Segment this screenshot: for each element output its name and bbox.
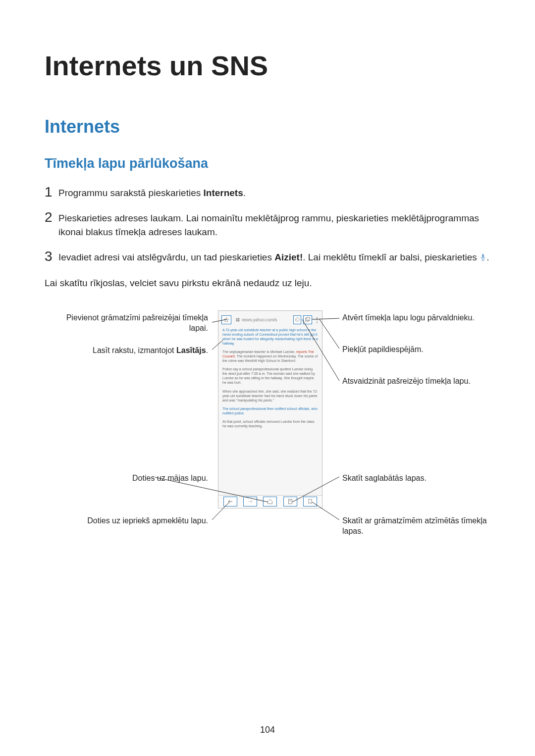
article-p3: Police say a school paraprofessional spo… (222, 367, 318, 385)
section-title: Internets (45, 116, 490, 137)
step-number: 2 (45, 210, 58, 224)
after-steps-paragraph: Lai skatītu rīkjoslas, velciet savu pirk… (45, 276, 490, 291)
windows-icon[interactable]: 2 (303, 315, 312, 324)
step-text-post: . Lai meklētu tīmeklī ar balsi, pieskari… (303, 252, 480, 262)
period: . (486, 252, 489, 262)
step-number: 1 (45, 185, 58, 199)
step-text: Pieskarieties adreses laukam. Lai nomain… (58, 211, 490, 240)
callout-reader: Lasīt rakstu, izmantojot Lasītājs. (50, 345, 208, 356)
article-p4: When she approached him, she said, she r… (222, 389, 318, 403)
callout-refresh: Atsvaidzināt pašreizējo tīmekļa lapu. (342, 376, 501, 387)
step-text-pre: Ievadiet adresi vai atslēgvārdu, un tad … (58, 252, 274, 262)
callout-bookmarks-list: Skatīt ar grāmatzīmēm atzīmētās tīmekļa … (342, 515, 501, 537)
steps-list: 1 Programmu sarakstā pieskarieties Inter… (45, 186, 490, 265)
step-text-bold: Internets (204, 188, 243, 198)
callout-reader-pre: Lasīt rakstu, izmantojot (93, 346, 176, 354)
kebab-menu-icon[interactable]: ⋮ (314, 319, 319, 321)
home-icon[interactable] (263, 497, 277, 506)
article-p1: A 72-year-old substitute teacher at a pu… (222, 328, 318, 345)
step-text-pre: Programmu sarakstā pieskarieties (58, 188, 204, 198)
step-text: Ievadiet adresi vai atslēgvārdu, un tad … (58, 251, 489, 266)
forward-icon[interactable] (243, 497, 257, 506)
step-text: Programmu sarakstā pieskarieties Interne… (58, 186, 246, 201)
mic-icon (480, 252, 486, 266)
step-1: 1 Programmu sarakstā pieskarieties Inter… (45, 186, 490, 201)
callout-home: Doties uz mājas lapu. (50, 473, 208, 484)
refresh-icon[interactable] (293, 315, 301, 324)
reader-article: A 72-year-old substitute teacher at a pu… (222, 328, 318, 433)
annotated-screenshot-diagram: news.yahoo.com/s 2 ⋮ A 72-year-old subst… (45, 310, 490, 558)
callout-add-bookmark: Pievienot grāmatzīmi pašreizējai tīmekļa… (50, 312, 208, 334)
article-p5: The school paraprofessional then notifie… (222, 406, 318, 415)
svg-line-14 (320, 319, 339, 349)
callout-back: Doties uz iepriekš apmeklētu lapu. (50, 515, 208, 526)
page-title: Internets un SNS (45, 50, 490, 82)
address-bar[interactable]: news.yahoo.com/s (233, 315, 291, 324)
article-p2c: The incident happened on Wednesday. The … (222, 354, 318, 362)
bookmarks-icon[interactable] (303, 497, 317, 506)
url-bar: news.yahoo.com/s 2 ⋮ (221, 315, 319, 325)
callout-saved-pages: Skatīt saglabātās lapas. (342, 473, 501, 484)
svg-rect-6 (288, 500, 292, 504)
back-icon[interactable] (223, 497, 237, 506)
article-p2a: The septuagenarian teacher is Michael Lu… (222, 350, 295, 353)
phone-screenshot: news.yahoo.com/s 2 ⋮ A 72-year-old subst… (218, 310, 322, 508)
bookmark-star-icon[interactable] (221, 315, 231, 324)
page-number: 104 (0, 725, 535, 735)
step-3: 3 Ievadiet adresi vai atslēgvārdu, un ta… (45, 251, 490, 266)
svg-rect-0 (482, 254, 484, 258)
step-text-bold: Aiziet! (274, 252, 303, 262)
step-2: 2 Pieskarieties adreses laukam. Lai noma… (45, 211, 490, 240)
step-text-post: . (243, 188, 246, 198)
saved-pages-icon[interactable] (283, 497, 297, 506)
step-number: 3 (45, 250, 58, 263)
subsection-title: Tīmekļa lapu pārlūkošana (45, 156, 490, 171)
callout-window-manager: Atvērt tīmekļa lapu logu pārvaldnieku. (342, 312, 501, 323)
url-text: news.yahoo.com/s (242, 317, 277, 322)
step-text-pre: Pieskarieties adreses laukam. Lai nomain… (58, 213, 479, 238)
article-p6: At that point, school officials removed … (222, 419, 318, 428)
callout-reader-post: . (206, 346, 208, 354)
browser-nav-bar (218, 495, 322, 508)
callout-more-options: Piekļūt papildiespējām. (342, 344, 501, 355)
callout-reader-bold: Lasītājs (176, 346, 206, 354)
